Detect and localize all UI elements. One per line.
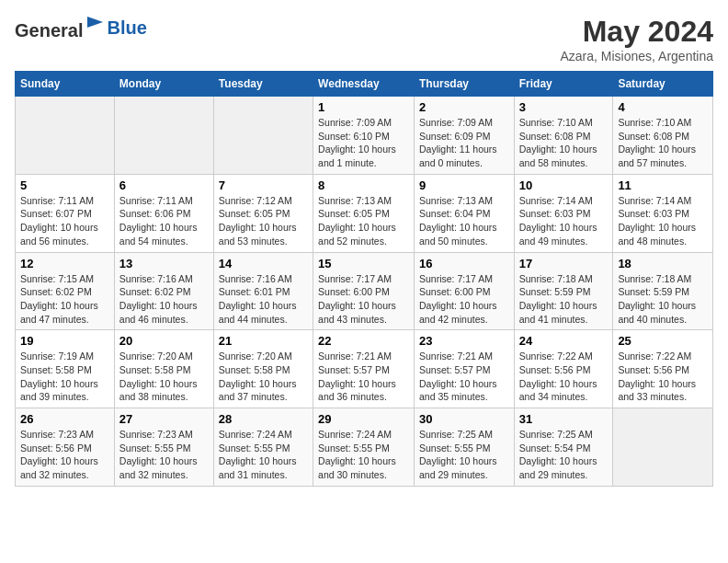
day-info: Sunrise: 7:11 AMSunset: 6:06 PMDaylight:…	[119, 194, 209, 248]
calendar-cell: 23Sunrise: 7:21 AMSunset: 5:57 PMDayligh…	[414, 330, 514, 408]
day-info: Sunrise: 7:18 AMSunset: 5:59 PMDaylight:…	[519, 272, 609, 327]
day-number: 14	[219, 257, 308, 270]
calendar-cell: 1Sunrise: 7:09 AMSunset: 6:10 PMDaylight…	[313, 97, 415, 175]
day-number: 25	[618, 334, 708, 348]
day-info: Sunrise: 7:12 AMSunset: 6:05 PMDaylight:…	[219, 194, 308, 248]
day-info: Sunrise: 7:22 AMSunset: 5:56 PMDaylight:…	[519, 350, 609, 404]
calendar-cell: 28Sunrise: 7:24 AMSunset: 5:55 PMDayligh…	[213, 408, 313, 487]
header-sunday: Sunday	[16, 72, 115, 97]
day-info: Sunrise: 7:10 AMSunset: 6:08 PMDaylight:…	[519, 116, 609, 170]
day-number: 24	[519, 334, 609, 348]
calendar-table: SundayMondayTuesdayWednesdayThursdayFrid…	[15, 71, 713, 487]
calendar-cell: 3Sunrise: 7:10 AMSunset: 6:08 PMDaylight…	[514, 97, 613, 175]
calendar-cell: 6Sunrise: 7:11 AMSunset: 6:06 PMDaylight…	[114, 174, 213, 252]
day-info: Sunrise: 7:23 AMSunset: 5:56 PMDaylight:…	[20, 428, 109, 482]
title-area: May 2024 Azara, Misiones, Argentina	[560, 15, 713, 63]
day-info: Sunrise: 7:21 AMSunset: 5:57 PMDaylight:…	[318, 350, 409, 404]
day-number: 31	[519, 412, 609, 426]
day-number: 21	[219, 334, 308, 348]
day-info: Sunrise: 7:20 AMSunset: 5:58 PMDaylight:…	[219, 350, 308, 404]
header-thursday: Thursday	[414, 72, 514, 97]
calendar-cell	[213, 97, 313, 175]
day-number: 13	[119, 257, 209, 270]
day-number: 8	[318, 178, 409, 192]
day-number: 17	[519, 257, 609, 270]
month-year-title: May 2024	[560, 15, 713, 49]
header-wednesday: Wednesday	[313, 72, 415, 97]
calendar-header-row: SundayMondayTuesdayWednesdayThursdayFrid…	[16, 72, 713, 97]
calendar-cell: 2Sunrise: 7:09 AMSunset: 6:09 PMDaylight…	[414, 97, 514, 175]
calendar-cell: 15Sunrise: 7:17 AMSunset: 6:00 PMDayligh…	[313, 252, 415, 330]
calendar-cell: 16Sunrise: 7:17 AMSunset: 6:00 PMDayligh…	[414, 252, 514, 330]
calendar-cell: 17Sunrise: 7:18 AMSunset: 5:59 PMDayligh…	[514, 252, 613, 330]
calendar-cell	[114, 97, 213, 175]
day-number: 29	[318, 412, 409, 426]
day-info: Sunrise: 7:22 AMSunset: 5:56 PMDaylight:…	[618, 350, 708, 404]
day-info: Sunrise: 7:21 AMSunset: 5:57 PMDaylight:…	[419, 350, 509, 404]
logo-general: General	[15, 20, 83, 40]
calendar-cell: 18Sunrise: 7:18 AMSunset: 5:59 PMDayligh…	[613, 252, 713, 330]
calendar-cell: 29Sunrise: 7:24 AMSunset: 5:55 PMDayligh…	[313, 408, 415, 487]
day-info: Sunrise: 7:09 AMSunset: 6:10 PMDaylight:…	[318, 116, 409, 170]
day-number: 6	[119, 178, 209, 192]
calendar-cell: 19Sunrise: 7:19 AMSunset: 5:58 PMDayligh…	[16, 330, 115, 408]
day-number: 22	[318, 334, 409, 348]
day-info: Sunrise: 7:13 AMSunset: 6:05 PMDaylight:…	[318, 194, 409, 248]
calendar-cell: 9Sunrise: 7:13 AMSunset: 6:04 PMDaylight…	[414, 174, 514, 252]
day-info: Sunrise: 7:16 AMSunset: 6:01 PMDaylight:…	[219, 272, 308, 327]
calendar-cell: 13Sunrise: 7:16 AMSunset: 6:02 PMDayligh…	[114, 252, 213, 330]
day-info: Sunrise: 7:10 AMSunset: 6:08 PMDaylight:…	[618, 116, 708, 170]
calendar-cell: 7Sunrise: 7:12 AMSunset: 6:05 PMDaylight…	[213, 174, 313, 252]
calendar-week-2: 5Sunrise: 7:11 AMSunset: 6:07 PMDaylight…	[16, 174, 713, 252]
day-info: Sunrise: 7:14 AMSunset: 6:03 PMDaylight:…	[618, 194, 708, 248]
calendar-cell: 22Sunrise: 7:21 AMSunset: 5:57 PMDayligh…	[313, 330, 415, 408]
day-number: 27	[119, 412, 209, 426]
header-tuesday: Tuesday	[213, 72, 313, 97]
calendar-cell: 21Sunrise: 7:20 AMSunset: 5:58 PMDayligh…	[213, 330, 313, 408]
logo-flag-icon	[85, 15, 107, 37]
day-info: Sunrise: 7:19 AMSunset: 5:58 PMDaylight:…	[20, 350, 109, 404]
day-number: 28	[219, 412, 308, 426]
calendar-cell: 26Sunrise: 7:23 AMSunset: 5:56 PMDayligh…	[16, 408, 115, 487]
day-info: Sunrise: 7:17 AMSunset: 6:00 PMDaylight:…	[419, 272, 509, 327]
day-info: Sunrise: 7:20 AMSunset: 5:58 PMDaylight:…	[119, 350, 209, 404]
header-friday: Friday	[514, 72, 613, 97]
day-number: 5	[20, 178, 109, 192]
calendar-week-5: 26Sunrise: 7:23 AMSunset: 5:56 PMDayligh…	[16, 408, 713, 487]
day-number: 20	[119, 334, 209, 348]
logo: General Blue	[15, 15, 147, 41]
day-number: 10	[519, 178, 609, 192]
header-monday: Monday	[114, 72, 213, 97]
day-number: 19	[20, 334, 109, 348]
day-number: 4	[618, 100, 708, 114]
day-number: 12	[20, 257, 109, 270]
day-info: Sunrise: 7:16 AMSunset: 6:02 PMDaylight:…	[119, 272, 209, 327]
day-number: 7	[219, 178, 308, 192]
day-info: Sunrise: 7:09 AMSunset: 6:09 PMDaylight:…	[419, 116, 509, 170]
day-number: 16	[419, 257, 509, 270]
day-number: 1	[318, 100, 409, 114]
svg-marker-0	[87, 17, 103, 28]
calendar-cell	[16, 97, 115, 175]
page-header: General Blue May 2024 Azara, Misiones, A…	[15, 15, 713, 63]
day-info: Sunrise: 7:14 AMSunset: 6:03 PMDaylight:…	[519, 194, 609, 248]
calendar-cell: 10Sunrise: 7:14 AMSunset: 6:03 PMDayligh…	[514, 174, 613, 252]
calendar-cell: 24Sunrise: 7:22 AMSunset: 5:56 PMDayligh…	[514, 330, 613, 408]
calendar-cell: 14Sunrise: 7:16 AMSunset: 6:01 PMDayligh…	[213, 252, 313, 330]
day-info: Sunrise: 7:25 AMSunset: 5:54 PMDaylight:…	[519, 428, 609, 482]
day-number: 26	[20, 412, 109, 426]
day-number: 11	[618, 178, 708, 192]
day-info: Sunrise: 7:11 AMSunset: 6:07 PMDaylight:…	[20, 194, 109, 248]
header-saturday: Saturday	[613, 72, 713, 97]
calendar-cell: 27Sunrise: 7:23 AMSunset: 5:55 PMDayligh…	[114, 408, 213, 487]
calendar-week-3: 12Sunrise: 7:15 AMSunset: 6:02 PMDayligh…	[16, 252, 713, 330]
day-number: 3	[519, 100, 609, 114]
calendar-cell	[613, 408, 713, 487]
day-info: Sunrise: 7:13 AMSunset: 6:04 PMDaylight:…	[419, 194, 509, 248]
location-subtitle: Azara, Misiones, Argentina	[560, 49, 713, 63]
calendar-cell: 31Sunrise: 7:25 AMSunset: 5:54 PMDayligh…	[514, 408, 613, 487]
day-info: Sunrise: 7:17 AMSunset: 6:00 PMDaylight:…	[318, 272, 409, 327]
day-info: Sunrise: 7:23 AMSunset: 5:55 PMDaylight:…	[119, 428, 209, 482]
calendar-cell: 25Sunrise: 7:22 AMSunset: 5:56 PMDayligh…	[613, 330, 713, 408]
day-number: 2	[419, 100, 509, 114]
